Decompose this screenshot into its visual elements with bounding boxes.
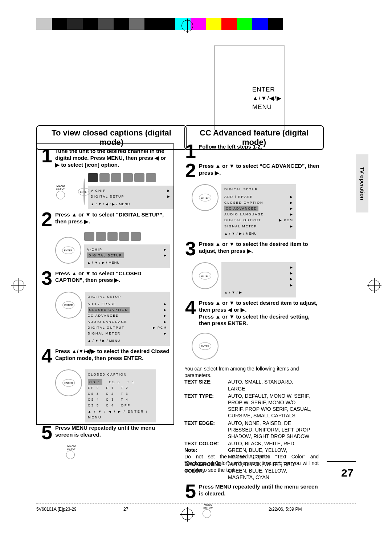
right-step-3: 3 Press ▲ or ▼ to select the desired ite… [184, 241, 322, 256]
menu-setup-button-icon [203, 509, 211, 518]
step-number: 4 [184, 300, 197, 327]
step-number: 1 [184, 143, 197, 159]
dpad-icon [83, 178, 85, 205]
param-label: TEXT COLOR: [184, 440, 228, 447]
right-step-5: 5 Press MENU repeatedly until the menu s… [184, 483, 322, 499]
footer-center: 27 [123, 507, 128, 512]
param-value: AUTO, NONE, RAISED, DE PRESSED, UNIFORM,… [228, 420, 311, 440]
cc-mode-table: CLOSED CAPTIONCS 1CS 6T 1CS 2C 1T 2CS 3C… [85, 369, 156, 422]
page-number: 27 [341, 467, 353, 479]
step-text: Follow the left steps 1-2. [199, 143, 262, 150]
step-number: 3 [41, 270, 53, 286]
step-text: Press ▲ or ▼ to select desired item to a… [199, 300, 317, 326]
menu-tab-icon [96, 232, 106, 241]
step-number: 4 [41, 348, 53, 364]
osd-panel-r3: ▶ ▶ ▶ ▶▲ / ▼ / ▶ [221, 262, 296, 297]
step-number: 5 [41, 425, 53, 440]
osd-panel-3: DIGITAL SETUPADD / ERASE▶CLOSED CAPTION▶… [85, 292, 170, 346]
step-text: Press ▲ or ▼ to select “CC ADVANCED”, th… [199, 163, 319, 176]
param-value: AUTO, SMALL, STANDARD, LARGE [228, 378, 311, 392]
param-value: AUTO, DEFAULT, MONO W. SERIF, PROP W. SE… [228, 393, 311, 419]
footer-right: 2/22/06, 5:39 PM [269, 507, 302, 512]
registration-mark-right [368, 280, 380, 291]
left-step-2: 2 Press ▲ or ▼ to select “DIGITAL SETUP”… [41, 211, 170, 227]
osd-panel-r2: DIGITAL SETUPADD / ERASE▶CLOSED CAPTION▶… [221, 184, 296, 239]
page-number-rule [327, 461, 356, 462]
note-body: Do not set the Closed Caption “Text Colo… [184, 453, 319, 473]
registration-mark-left [13, 280, 24, 291]
remote-arrows-label: ▲/▼/◀/▶ [252, 94, 282, 103]
menu-tab-icon [107, 232, 118, 241]
osd-panel-1: V-CHIP▶DIGITAL SETUP▶▲ / ▼ / ◀ / ▶ / MEN… [88, 186, 173, 209]
menu-tab-icon [146, 173, 156, 182]
param-label: TEXT EDGE: [184, 420, 228, 426]
remote-labels: ENTER ▲/▼/◀/▶ MENU [252, 85, 282, 111]
dpad-icon [55, 237, 81, 264]
step-number: 3 [184, 241, 197, 256]
menu-tab-icon [88, 173, 98, 182]
dpad-icon [192, 184, 219, 211]
right-step-1: 1 Follow the left steps 1-2. [184, 143, 322, 159]
step-text: Tune the unit to the desired channel in … [55, 148, 166, 168]
menu-setup-label: MENU SETUP [55, 185, 66, 190]
dpad-icon [55, 369, 82, 396]
dpad-icon [192, 333, 219, 360]
step-text: Press ▲ or ▼ to select “CLOSED CAPTION”,… [55, 270, 141, 283]
menu-tab-icon [134, 173, 144, 182]
step-text: Press ▲/▼/◀/▶ to select the desired Clos… [55, 348, 170, 361]
remote-menu-label: MENU [252, 103, 282, 112]
left-step-1: 1 Tune the unit to the desired channel i… [41, 148, 170, 168]
dpad-icon [55, 292, 82, 319]
osd-panel-2: V-CHIP▶DIGITAL SETUP▶▲ / ▼ / ▶ / MENU [84, 244, 170, 268]
registration-mark-bottom [181, 509, 193, 520]
side-tab-label: TV operation [359, 167, 365, 200]
step-number: 2 [184, 163, 197, 178]
menu-setup-label: MENU SETUP [203, 503, 213, 509]
manual-page: ENTER ▲/▼/◀/▶ MENU To view closed captio… [0, 0, 392, 555]
step-text: Press ▲ or ▼ to select the desired item … [199, 241, 308, 254]
param-label: TEXT TYPE: [184, 393, 228, 399]
remote-enter-label: ENTER [252, 85, 282, 94]
note-heading: Note: [184, 447, 197, 453]
step-text: Press MENU repeatedly until the menu scr… [199, 483, 318, 497]
menu-tab-icon [111, 173, 121, 182]
right-column: 1 Follow the left steps 1-2. 2 Press ▲ o… [184, 143, 322, 436]
left-step-3: 3 Press ▲ or ▼ to select “CLOSED CAPTION… [41, 270, 170, 286]
menu-setup-label: MENU SETUP [66, 445, 77, 450]
menu-tab-icon [123, 173, 133, 182]
menu-tab-icon [99, 173, 110, 182]
menu-tab-icon [84, 232, 94, 241]
right-step-4: 4 Press ▲ or ▼ to select desired item to… [184, 300, 322, 327]
step-number: 5 [184, 483, 197, 499]
left-step-4: 4 Press ▲/▼/◀/▶ to select the desired Cl… [41, 348, 170, 364]
footer-left: 5V60101A [E]p23-29 [36, 507, 77, 512]
menu-icon-row [84, 232, 141, 241]
menu-setup-button-icon [66, 450, 75, 459]
menu-tab-icon [119, 232, 129, 241]
registration-mark-top [181, 20, 193, 32]
param-label: TEXT SIZE: [184, 378, 228, 385]
side-tab: TV operation [356, 154, 368, 212]
left-column: 1 Tune the unit to the desired channel i… [36, 143, 174, 425]
params-intro: You can select from among the following … [184, 365, 322, 378]
step-number: 2 [41, 211, 53, 227]
right-step-2: 2 Press ▲ or ▼ to select “CC ADVANCED”, … [184, 163, 322, 178]
print-color-bar [36, 18, 283, 30]
left-step-5: 5 Press MENU repeatedly until the menu s… [41, 425, 170, 440]
step-text: Press ▲ or ▼ to select “DIGITAL SETUP”, … [55, 211, 164, 224]
step-text: Press MENU repeatedly until the menu scr… [55, 425, 155, 438]
footer-rule [36, 503, 356, 503]
step-number: 1 [41, 148, 53, 168]
menu-icon-row [88, 173, 156, 182]
note-block: Note: Do not set the Closed Caption “Tex… [184, 447, 319, 473]
menu-setup-button-icon [56, 191, 65, 199]
menu-tab-icon [131, 232, 141, 241]
dpad-icon [192, 262, 219, 289]
